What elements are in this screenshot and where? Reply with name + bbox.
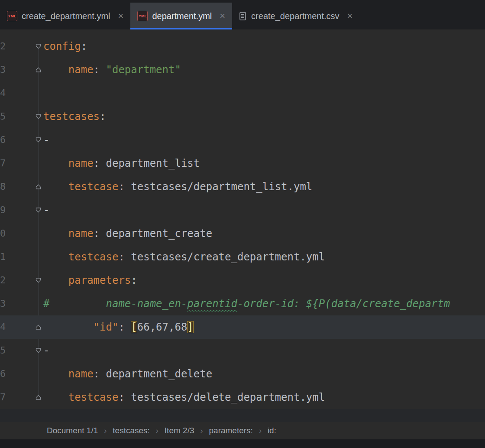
editor-bottom-strip [0,409,485,422]
fold-expand-icon[interactable] [36,67,41,73]
fold-expand-icon[interactable] [36,325,41,330]
code-line[interactable]: 6 name: department_delete [0,362,485,386]
tab-label: create_department.csv [251,11,339,21]
tab-department-yml[interactable]: YML department.yml × [130,3,232,29]
code-text: name: department_create [43,222,485,245]
tab-label: department.yml [152,11,212,21]
line-number: 4 [0,81,7,105]
line-number: 3 [0,58,7,81]
gutter [7,292,43,315]
gutter [7,315,43,339]
gutter [7,35,43,58]
code-text: testcase: testcases/department_list.yml [43,175,485,198]
breadcrumb-item[interactable]: Item 2/3 [165,426,194,435]
fold-expand-icon[interactable] [36,184,41,190]
code-lines: 2config:3 name: "department"45testcases:… [0,35,485,409]
fold-collapse-icon[interactable] [36,208,41,213]
line-number: 5 [0,339,7,362]
code-text: testcases: [43,105,485,128]
line-number: 0 [0,222,7,245]
gutter [7,152,43,175]
code-text: testcase: testcases/delete_department.ym… [43,386,485,409]
yaml-file-icon: YML [7,11,17,21]
gutter [7,362,43,386]
code-line[interactable]: 8 testcase: testcases/department_list.ym… [0,175,485,198]
code-text: - [43,128,485,152]
code-text: name: department_list [43,152,485,175]
breadcrumb-item[interactable]: id: [268,426,276,435]
code-text: - [43,339,485,362]
gutter [7,245,43,269]
line-number: 6 [0,128,7,152]
fold-collapse-icon[interactable] [36,44,41,49]
code-line[interactable]: 5testcases: [0,105,485,128]
close-icon[interactable]: × [118,11,124,21]
breadcrumb: Document 1/1›testcases:›Item 2/3›paramet… [0,422,485,439]
code-text: # name-name_en-parentid-order-id: ${P(da… [43,292,485,315]
code-text: name: department_delete [43,362,485,386]
code-line[interactable]: 7 testcase: testcases/delete_department.… [0,386,485,409]
gutter [7,386,43,409]
code-line[interactable]: 4 "id": [66,67,68] [0,315,485,339]
fold-collapse-icon[interactable] [36,348,41,354]
line-number: 2 [0,269,7,292]
tab-create-department-yml[interactable]: YML create_department.yml × [0,3,130,29]
csv-file-icon [239,12,247,21]
line-number: 3 [0,292,7,315]
code-line[interactable]: 3 name: "department" [0,58,485,81]
code-line[interactable]: 2 parameters: [0,269,485,292]
tab-create-department-csv[interactable]: create_department.csv × [232,3,359,29]
window-bottom-edge [0,439,485,448]
fold-expand-icon[interactable] [36,395,41,400]
breadcrumb-item[interactable]: Document 1/1 [47,426,98,435]
gutter [7,175,43,198]
line-number: 6 [0,362,7,386]
gutter [7,105,43,128]
line-number: 5 [0,105,7,128]
code-text [43,81,485,105]
code-text: "id": [66,67,68] [43,315,485,339]
code-line[interactable]: 0 name: department_create [0,222,485,245]
code-line[interactable]: 5- [0,339,485,362]
breadcrumb-item[interactable]: parameters: [209,426,253,435]
code-line[interactable]: 2config: [0,35,485,58]
code-line[interactable]: 9- [0,198,485,222]
line-number: 1 [0,245,7,269]
breadcrumb-separator-icon: › [104,426,107,435]
code-line[interactable]: 7 name: department_list [0,152,485,175]
fold-collapse-icon[interactable] [36,114,41,120]
gutter [7,81,43,105]
close-icon[interactable]: × [347,11,353,21]
breadcrumb-item[interactable]: testcases: [113,426,150,435]
yaml-file-icon: YML [137,11,148,21]
gutter [7,339,43,362]
line-number: 7 [0,386,7,409]
fold-collapse-icon[interactable] [36,137,41,143]
code-text: parameters: [43,269,485,292]
tab-label: create_department.yml [22,11,110,21]
line-number: 4 [0,315,7,339]
code-text: testcase: testcases/create_department.ym… [43,245,485,269]
code-line[interactable]: 1 testcase: testcases/create_department.… [0,245,485,269]
breadcrumb-separator-icon: › [259,426,262,435]
fold-collapse-icon[interactable] [36,278,41,283]
gutter [7,222,43,245]
breadcrumb-separator-icon: › [156,426,158,435]
code-text: - [43,198,485,222]
gutter [7,128,43,152]
code-line[interactable]: 4 [0,81,485,105]
gutter [7,198,43,222]
gutter [7,58,43,81]
line-number: 2 [0,35,7,58]
line-number: 9 [0,198,7,222]
code-text: name: "department" [43,58,485,81]
line-number: 8 [0,175,7,198]
code-line[interactable]: 6- [0,128,485,152]
close-icon[interactable]: × [220,11,225,21]
code-line[interactable]: 3# name-name_en-parentid-order-id: ${P(d… [0,292,485,315]
breadcrumb-separator-icon: › [200,426,203,435]
gutter [7,269,43,292]
line-number: 7 [0,152,7,175]
code-text: config: [43,35,485,58]
code-editor[interactable]: 2config:3 name: "department"45testcases:… [0,29,485,409]
